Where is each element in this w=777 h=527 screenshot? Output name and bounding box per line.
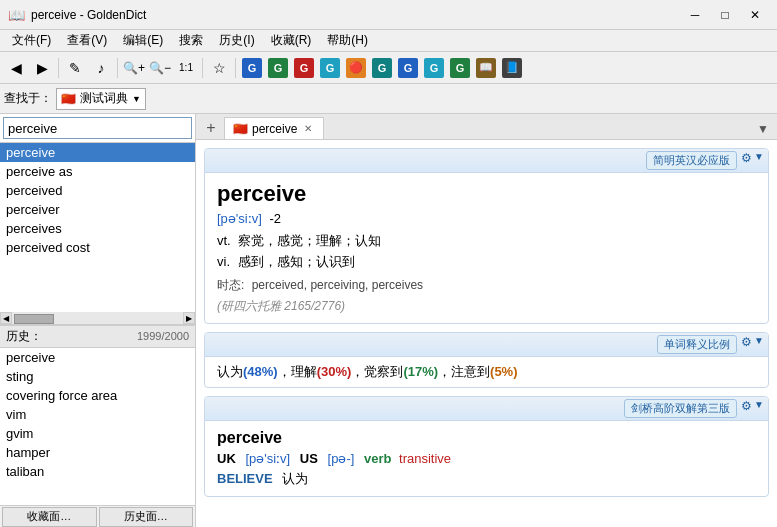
hscroll-track[interactable] [12,312,183,324]
dict-expand-icon-2[interactable]: ▼ [754,335,764,354]
dict-btn-3[interactable]: G [292,56,316,80]
maximize-button[interactable]: □ [711,4,739,26]
dict-settings-icon-3[interactable]: ⚙ [741,399,752,418]
menu-file[interactable]: 文件(F) [4,30,59,51]
tab-label: perceive [252,122,297,136]
star-button[interactable]: ☆ [207,56,231,80]
titlebar: 📖 perceive - GoldenDict ─ □ ✕ [0,0,777,30]
edit-button[interactable]: ✎ [63,56,87,80]
dict-icon-10: 📖 [476,58,496,78]
star-icon: ☆ [213,60,226,76]
menubar: 文件(F) 查看(V) 编辑(E) 搜索 历史(I) 收藏(R) 帮助(H) [0,30,777,52]
us-pron: [pə-] [328,451,355,466]
dict-selector[interactable]: 🇨🇳 测试词典 ▼ [56,88,146,110]
menu-favorites[interactable]: 收藏(R) [263,30,320,51]
history-item[interactable]: gvim [0,424,195,443]
sense-juecha: 觉察到 [364,364,403,379]
list-item[interactable]: perceive [0,143,195,162]
history-section: 历史： 1999/2000 perceive sting covering fo… [0,324,195,506]
exam-line: (研四六托雅 2165/2776) [217,298,756,315]
dict-btn-9[interactable]: G [448,56,472,80]
history-item[interactable]: hamper [0,443,195,462]
cambridge-body: perceive UK [pə'siːv] US [pə-] verb tran… [205,421,768,496]
add-tab-button[interactable]: + [200,117,222,139]
list-item[interactable]: perceive as [0,162,195,181]
app-icon: 📖 [8,7,25,23]
dict-settings-icon-2[interactable]: ⚙ [741,335,752,354]
list-item[interactable]: perceiver [0,200,195,219]
back-button[interactable]: ◀ [4,56,28,80]
believe-def: 认为 [282,471,308,486]
dict-btn-11[interactable]: 📘 [500,56,524,80]
searchbar: 查找于： 🇨🇳 测试词典 ▼ [0,84,777,114]
tab-expand-button[interactable]: ▼ [753,119,773,139]
dict-btn-6[interactable]: G [370,56,394,80]
menu-history[interactable]: 历史(I) [211,30,262,51]
toolbar-separator-3 [202,58,203,78]
menu-search[interactable]: 搜索 [171,30,211,51]
history-label: 历史： 1999/2000 [0,325,195,348]
menu-edit[interactable]: 编辑(E) [115,30,171,51]
dict-icon-9: G [450,58,470,78]
tab-perceive[interactable]: 🇨🇳 perceive ✕ [224,117,324,139]
hscroll-left-btn[interactable]: ◀ [0,312,12,324]
normal-zoom-button[interactable]: 1:1 [174,56,198,80]
history-item[interactable]: perceive [0,348,195,367]
menu-view[interactable]: 查看(V) [59,30,115,51]
dict-btn-2[interactable]: G [266,56,290,80]
dict-expand-icon-3[interactable]: ▼ [754,399,764,418]
word-list: perceive perceive as perceived perceiver… [0,143,195,312]
toolbar-separator-2 [117,58,118,78]
list-item[interactable]: perceived [0,181,195,200]
form-values: perceived, perceiving, perceives [252,278,423,292]
minimize-button[interactable]: ─ [681,4,709,26]
toolbar: ◀ ▶ ✎ ♪ 🔍+ 🔍− 1:1 ☆ G G G G 🔴 G G G G 📖 … [0,52,777,84]
dict-btn-10[interactable]: 📖 [474,56,498,80]
close-button[interactable]: ✕ [741,4,769,26]
history-item[interactable]: sting [0,367,195,386]
hscroll-thumb[interactable] [14,314,54,324]
dict-name: 测试词典 [80,90,128,107]
back-icon: ◀ [11,60,22,76]
zoom-out-button[interactable]: 🔍− [148,56,172,80]
sound-button[interactable]: ♪ [89,56,113,80]
dict-expand-icon[interactable]: ▼ [754,151,764,170]
list-item[interactable]: perceives [0,219,195,238]
dict-icon-6: G [372,58,392,78]
forward-button[interactable]: ▶ [30,56,54,80]
dict-btn-7[interactable]: G [396,56,420,80]
word-list-hscroll[interactable]: ◀ ▶ [0,312,195,324]
dict-icon-11: 📘 [502,58,522,78]
history-item[interactable]: covering force area [0,386,195,405]
hscroll-right-btn[interactable]: ▶ [183,312,195,324]
dict-settings-icon[interactable]: ⚙ [741,151,752,170]
collect-button[interactable]: 收藏面… [2,507,97,527]
content-area[interactable]: 简明英汉必应版 ⚙ ▼ perceive [pə'siːv] -2 vt. 察觉… [196,140,777,527]
search-input[interactable] [3,117,192,139]
transitivity: transitive [399,451,451,466]
word-list-section: perceive perceive as perceived perceiver… [0,143,195,324]
dict-btn-5[interactable]: 🔴 [344,56,368,80]
dict-card-header-3: 剑桥高阶双解第三版 ⚙ ▼ [205,397,768,421]
form-line: 时态: perceived, perceiving, perceives [217,277,756,294]
dict-icon-7: G [398,58,418,78]
forward-icon: ▶ [37,60,48,76]
cambridge-pronunciation: UK [pə'siːv] US [pə-] verb transitive [217,451,756,466]
toolbar-separator-4 [235,58,236,78]
window-title: perceive - GoldenDict [31,8,681,22]
history-item[interactable]: taliban [0,462,195,481]
list-item[interactable]: perceived cost [0,238,195,257]
dict-card-cambridge: 剑桥高阶双解第三版 ⚙ ▼ perceive UK [pə'siːv] US [… [204,396,769,497]
history-item[interactable]: vim [0,405,195,424]
history-button[interactable]: 历史面… [99,507,194,527]
sense-line: 认为(48%)，理解(30%)，觉察到(17%)，注意到(5%) [205,357,768,387]
zoom-in-button[interactable]: 🔍+ [122,56,146,80]
dict-btn-4[interactable]: G [318,56,342,80]
tab-close-button[interactable]: ✕ [301,122,315,136]
dict-btn-8[interactable]: G [422,56,446,80]
dict-btn-1[interactable]: G [240,56,264,80]
pron-text: [pə'siːv] [217,211,262,226]
dict-name-badge-1: 简明英汉必应版 [646,151,737,170]
menu-help[interactable]: 帮助(H) [319,30,376,51]
dict-card-header-1: 简明英汉必应版 ⚙ ▼ [205,149,768,173]
